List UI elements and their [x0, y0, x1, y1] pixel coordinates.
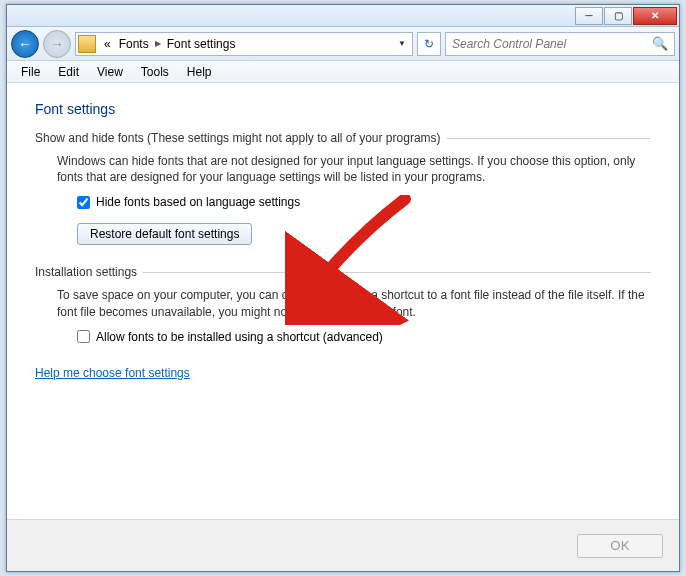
menu-edit[interactable]: Edit [50, 63, 87, 81]
breadcrumb-prefix: « [100, 37, 115, 51]
menu-tools[interactable]: Tools [133, 63, 177, 81]
breadcrumb-fonts[interactable]: Fonts [115, 37, 153, 51]
titlebar: ─ ▢ ✕ [7, 5, 679, 27]
address-dropdown-icon[interactable]: ▼ [394, 39, 410, 48]
search-icon[interactable]: 🔍 [652, 36, 668, 51]
menubar: File Edit View Tools Help [7, 61, 679, 83]
refresh-button[interactable]: ↻ [417, 32, 441, 56]
menu-help[interactable]: Help [179, 63, 220, 81]
folder-icon [78, 35, 96, 53]
menu-file[interactable]: File [13, 63, 48, 81]
minimize-button[interactable]: ─ [575, 7, 603, 25]
forward-button[interactable]: → [43, 30, 71, 58]
maximize-button[interactable]: ▢ [604, 7, 632, 25]
navbar: ← → « Fonts ▶ Font settings ▼ ↻ 🔍 [7, 27, 679, 61]
shortcut-row: Allow fonts to be installed using a shor… [77, 330, 651, 344]
footer: OK [7, 519, 679, 571]
show-hide-description: Windows can hide fonts that are not desi… [57, 153, 651, 185]
help-link[interactable]: Help me choose font settings [35, 366, 190, 380]
divider [447, 138, 651, 139]
show-hide-group-text: Show and hide fonts (These settings migh… [35, 131, 441, 145]
hide-fonts-row: Hide fonts based on language settings [77, 195, 651, 209]
search-box[interactable]: 🔍 [445, 32, 675, 56]
address-bar[interactable]: « Fonts ▶ Font settings ▼ [75, 32, 413, 56]
installation-group-text: Installation settings [35, 265, 137, 279]
installation-group-label: Installation settings [35, 265, 651, 279]
menu-view[interactable]: View [89, 63, 131, 81]
divider [143, 272, 651, 273]
shortcut-checkbox[interactable] [77, 330, 90, 343]
restore-default-button[interactable]: Restore default font settings [77, 223, 252, 245]
close-button[interactable]: ✕ [633, 7, 677, 25]
page-title: Font settings [35, 101, 651, 117]
breadcrumb-font-settings[interactable]: Font settings [163, 37, 240, 51]
show-hide-group-label: Show and hide fonts (These settings migh… [35, 131, 651, 145]
hide-fonts-label[interactable]: Hide fonts based on language settings [96, 195, 300, 209]
back-button[interactable]: ← [11, 30, 39, 58]
chevron-right-icon[interactable]: ▶ [153, 39, 163, 48]
ok-button[interactable]: OK [577, 534, 663, 558]
search-input[interactable] [452, 37, 652, 51]
content-area: Font settings Show and hide fonts (These… [7, 83, 679, 519]
shortcut-label[interactable]: Allow fonts to be installed using a shor… [96, 330, 383, 344]
window: ─ ▢ ✕ ← → « Fonts ▶ Font settings ▼ ↻ 🔍 … [6, 4, 680, 572]
hide-fonts-checkbox[interactable] [77, 196, 90, 209]
installation-description: To save space on your computer, you can … [57, 287, 651, 319]
